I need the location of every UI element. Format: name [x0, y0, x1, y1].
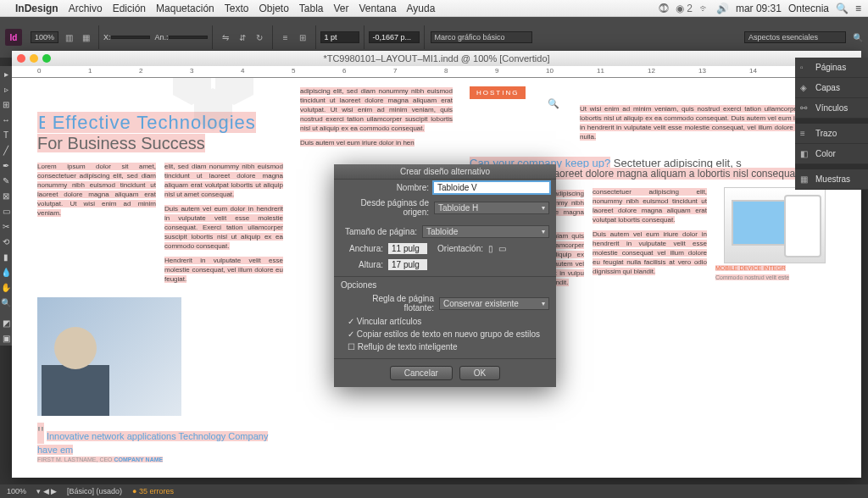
- document-titlebar: *TC9980101–LAYOUT–MI1.indd @ 100% [Conve…: [12, 51, 861, 66]
- pagesize-dropdown[interactable]: Tabloide: [422, 225, 549, 238]
- panel-muestras[interactable]: ▦Muestras: [795, 169, 868, 190]
- menu-objeto[interactable]: Objeto: [259, 3, 288, 14]
- footer-status: [Básico] (usado): [67, 487, 122, 495]
- orient-landscape-icon[interactable]: ▭: [498, 244, 506, 253]
- options-section-label: Opciones: [334, 276, 556, 291]
- type-tool[interactable]: T: [0, 127, 12, 142]
- caption: Commodo nostrud velit este: [715, 273, 826, 282]
- zoom-cursor-icon: 🔍: [548, 98, 559, 109]
- horizontal-ruler[interactable]: 0123456789101112131415: [12, 66, 861, 78]
- scissors-tool[interactable]: ✂: [0, 219, 12, 234]
- body-para: Duis autem vel eum iriure dolor in hendr…: [593, 230, 707, 276]
- height-label: Altura:: [341, 260, 383, 269]
- fill-stroke-icon[interactable]: ◩: [0, 315, 12, 330]
- wifi-icon[interactable]: ᯤ: [699, 3, 709, 14]
- panel-vinculos[interactable]: ⚯Vínculos: [795, 98, 868, 119]
- color-icon: ◧: [800, 149, 810, 159]
- align-icon[interactable]: ≡: [278, 30, 293, 45]
- body-para: consectetuer adipiscing elit, nonummy ni…: [593, 187, 707, 224]
- zoom-button[interactable]: [42, 54, 51, 63]
- menu-ventana[interactable]: Ventana: [359, 3, 397, 14]
- distribute-icon[interactable]: ⊞: [295, 30, 310, 45]
- view-icon[interactable]: ▦: [78, 30, 93, 45]
- height-input[interactable]: 17 pulg: [388, 259, 427, 270]
- panel-trazo[interactable]: ≡Trazo: [795, 124, 868, 144]
- view-icon[interactable]: ▥: [61, 30, 76, 45]
- app-footer: 100% ▾ ◀ ▶ [Básico] (usado) ● 35 errores: [0, 484, 868, 498]
- x-field[interactable]: [111, 36, 150, 39]
- transform-tool[interactable]: ⟲: [0, 234, 12, 249]
- line-tool[interactable]: ╱: [0, 142, 12, 158]
- object-style-select[interactable]: Marco gráfico básico: [431, 31, 532, 43]
- menu-tabla[interactable]: Tabla: [299, 3, 324, 14]
- panel-paginas[interactable]: ▫Páginas: [795, 58, 868, 78]
- zoom-tool[interactable]: 🔍: [0, 295, 12, 310]
- headline-1: EEffective Technologies: [37, 112, 283, 134]
- pencil-tool[interactable]: ✎: [0, 173, 12, 188]
- cancel-button[interactable]: Cancelar: [390, 366, 453, 380]
- mac-menubar: InDesign Archivo Edición Maquetación Tex…: [0, 0, 868, 17]
- volume-icon[interactable]: 🔊: [716, 3, 729, 14]
- gap-field[interactable]: -0,1667 p...: [369, 31, 420, 43]
- workspace-select[interactable]: Aspectos esenciales: [744, 31, 846, 43]
- hand-tool[interactable]: ✋: [0, 279, 12, 295]
- gap-tool[interactable]: ↔: [0, 112, 12, 127]
- zoom-select[interactable]: 100%: [31, 31, 58, 43]
- rect-frame-tool[interactable]: ⊠: [0, 188, 12, 203]
- alternate-layout-dialog: Crear diseño alternativo Nombre:Tabloide…: [334, 164, 556, 387]
- ok-button[interactable]: OK: [459, 366, 500, 380]
- menubar-user[interactable]: Ontecnia: [788, 3, 829, 14]
- preflight-errors[interactable]: ● 35 errores: [132, 487, 174, 495]
- pages-icon: ▫: [800, 63, 810, 73]
- swatches-icon: ▦: [800, 174, 810, 185]
- smart-reflow-checkbox[interactable]: Reflujo de texto inteligente: [334, 340, 556, 353]
- stroke-icon: ≡: [800, 129, 810, 139]
- menu-maquetacion[interactable]: Maquetación: [156, 3, 214, 14]
- pen-tool[interactable]: ✒: [0, 158, 12, 173]
- page-tool[interactable]: ⊞: [0, 97, 12, 112]
- panel-color[interactable]: ◧Color: [795, 144, 868, 164]
- link-articles-checkbox[interactable]: Vincular artículos: [334, 315, 556, 328]
- status-icon: ⓵: [659, 3, 669, 14]
- menu-edicion[interactable]: Edición: [113, 3, 146, 14]
- rotate-icon[interactable]: ↻: [252, 30, 267, 45]
- spotlight-icon[interactable]: 🔍: [836, 3, 849, 14]
- app-name[interactable]: InDesign: [15, 3, 58, 14]
- selection-tool[interactable]: ▸: [0, 66, 12, 81]
- body-para: Hendrerit in vulputate velit esse molest…: [164, 256, 283, 284]
- hosting-badge: HOSTING: [470, 86, 526, 99]
- orient-portrait-icon[interactable]: ▯: [488, 244, 493, 253]
- menu-ayuda[interactable]: Ayuda: [407, 3, 436, 14]
- body-para: Lorem ipsum dolor sit amet, consectetuer…: [37, 162, 156, 218]
- screen-mode-icon[interactable]: ▣: [0, 330, 12, 346]
- direct-select-tool[interactable]: ▹: [0, 81, 12, 97]
- body-para: elit, sed diam nonummy nibh euismod tinc…: [164, 162, 283, 199]
- menu-archivo[interactable]: Archivo: [69, 3, 103, 14]
- name-input[interactable]: Tabloide V: [434, 182, 549, 193]
- close-button[interactable]: [17, 54, 25, 63]
- width-label: Anchura:: [341, 244, 383, 253]
- copy-styles-checkbox[interactable]: Copiar estilos de texto en nuevo grupo d…: [334, 328, 556, 340]
- rule-dropdown[interactable]: Conservar existente: [439, 297, 549, 310]
- body-para: Duis autem vel eum iriure dolor in hen: [300, 138, 453, 147]
- gradient-tool[interactable]: ▮: [0, 249, 12, 264]
- panel-capas[interactable]: ◈Capas: [795, 78, 868, 98]
- menubar-time[interactable]: mar 09:31: [736, 3, 782, 14]
- rect-tool[interactable]: ▭: [0, 203, 12, 219]
- menu-texto[interactable]: Texto: [225, 3, 249, 14]
- menu-ver[interactable]: Ver: [334, 3, 349, 14]
- eyedropper-tool[interactable]: 💧: [0, 264, 12, 279]
- flip-h-icon[interactable]: ⇋: [218, 30, 233, 45]
- notifications-icon[interactable]: ≡: [855, 3, 861, 14]
- search-icon[interactable]: 🔍: [853, 33, 863, 42]
- minimize-button[interactable]: [30, 54, 38, 63]
- rule-label: Regla de página flotante:: [341, 294, 434, 313]
- flip-v-icon[interactable]: ⇵: [235, 30, 250, 45]
- w-field[interactable]: [169, 36, 208, 39]
- pagesize-label: Tamaño de página:: [341, 227, 417, 236]
- width-input[interactable]: 11 pulg: [388, 243, 427, 254]
- body-para: Duis autem vel eum dolor in hendrerit in…: [164, 204, 283, 251]
- source-dropdown[interactable]: Tabloide H: [434, 202, 549, 214]
- stroke-field[interactable]: 1 pt: [320, 31, 359, 43]
- footer-zoom[interactable]: 100%: [7, 487, 26, 495]
